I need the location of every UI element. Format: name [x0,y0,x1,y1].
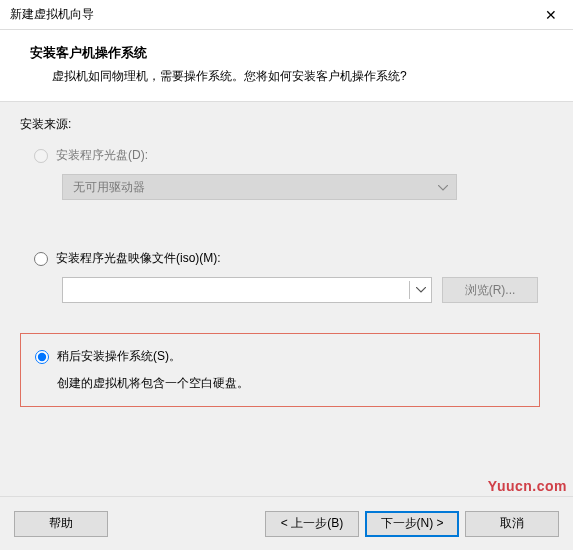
drive-dropdown-value: 无可用驱动器 [73,179,145,196]
wizard-content: 安装来源: 安装程序光盘(D): 无可用驱动器 安装程序光盘映像文件(iso)(… [0,102,573,528]
option-install-later-box: 稍后安装操作系统(S)。 创建的虚拟机将包含一个空白硬盘。 [20,333,540,407]
wizard-header: 安装客户机操作系统 虚拟机如同物理机，需要操作系统。您将如何安装客户机操作系统? [0,30,573,102]
iso-path-input[interactable] [62,277,432,303]
window-title: 新建虚拟机向导 [10,6,94,23]
help-button[interactable]: 帮助 [14,511,108,537]
radio-install-later-label: 稍后安装操作系统(S)。 [57,348,181,365]
page-title: 安装客户机操作系统 [30,44,555,62]
titlebar: 新建虚拟机向导 ✕ [0,0,573,30]
radio-install-iso-label: 安装程序光盘映像文件(iso)(M): [56,250,221,267]
back-button[interactable]: < 上一步(B) [265,511,359,537]
watermark: Yuucn.com [488,478,567,494]
radio-install-later[interactable] [35,350,49,364]
option-install-iso: 安装程序光盘映像文件(iso)(M): 浏览(R)... [28,250,553,303]
browse-button[interactable]: 浏览(R)... [442,277,538,303]
install-later-hint: 创建的虚拟机将包含一个空白硬盘。 [57,375,529,392]
drive-dropdown[interactable]: 无可用驱动器 [62,174,457,200]
page-subtitle: 虚拟机如同物理机，需要操作系统。您将如何安装客户机操作系统? [30,68,555,85]
wizard-footer: 帮助 < 上一步(B) 下一步(N) > 取消 [0,496,573,550]
option-install-disc: 安装程序光盘(D): 无可用驱动器 [28,147,553,200]
radio-install-iso[interactable] [34,252,48,266]
radio-install-disc-label: 安装程序光盘(D): [56,147,148,164]
cancel-button[interactable]: 取消 [465,511,559,537]
close-icon: ✕ [545,7,557,23]
radio-install-disc[interactable] [34,149,48,163]
close-button[interactable]: ✕ [528,0,573,30]
next-button[interactable]: 下一步(N) > [365,511,459,537]
install-source-label: 安装来源: [20,116,553,133]
chevron-down-icon [409,281,426,299]
chevron-down-icon [438,180,448,194]
